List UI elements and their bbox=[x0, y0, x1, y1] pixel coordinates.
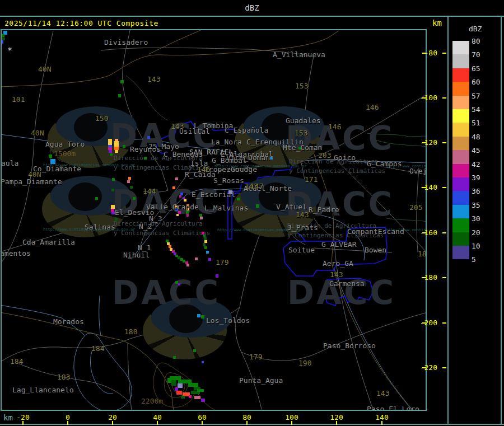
radar-echo-pixel bbox=[201, 399, 205, 402]
page-title: dBZ bbox=[0, 3, 504, 12]
legend-tick-label: 36 bbox=[472, 187, 488, 195]
road-number-label: 144 bbox=[143, 187, 156, 195]
road-number-label: 205 bbox=[409, 203, 422, 212]
legend-tick-label: 45 bbox=[472, 146, 488, 155]
radar-echo-pixel bbox=[189, 395, 192, 398]
place-label: R_Padre bbox=[309, 205, 339, 214]
road-number-label: 184 bbox=[10, 357, 23, 366]
place-label: Pampa_Diamante bbox=[1, 177, 62, 186]
legend-tick-label: 35 bbox=[472, 201, 488, 209]
radar-echo-pixel bbox=[208, 258, 211, 261]
legend-color-block bbox=[452, 41, 469, 54]
legend-tick-label: 70 bbox=[472, 50, 488, 59]
legend-tick-label: 20 bbox=[472, 228, 488, 237]
road-number-label: 146 bbox=[366, 103, 379, 111]
place-label: Soitue bbox=[288, 246, 315, 254]
radar-echo-pixel bbox=[204, 246, 207, 249]
road-number-label: 40N bbox=[31, 129, 44, 137]
road-number-label: 147 bbox=[250, 182, 263, 190]
legend-tick-label: 54 bbox=[472, 105, 488, 114]
x-axis-tick bbox=[157, 421, 158, 425]
place-label: 25_Mayo bbox=[148, 142, 179, 151]
x-axis-label: 140 bbox=[375, 413, 388, 422]
radar-echo-pixel bbox=[176, 391, 182, 395]
radar-echo-pixel bbox=[176, 214, 179, 216]
radar-echo-pixel bbox=[184, 199, 186, 202]
radar-echo-pixel bbox=[186, 264, 189, 266]
radar-echo-pixel bbox=[201, 315, 204, 319]
km-unit-label-right: km bbox=[432, 18, 442, 27]
place-label: La_Nora bbox=[211, 138, 242, 146]
place-label: Goudge bbox=[231, 165, 257, 174]
place-label: amentos bbox=[1, 249, 31, 258]
road-number-label: 18 bbox=[418, 250, 427, 258]
radar-echo-pixel bbox=[202, 361, 204, 363]
road-number-label: 143 bbox=[147, 75, 160, 83]
legend-tick-label: 39 bbox=[472, 174, 488, 182]
radar-echo-pixel bbox=[179, 195, 181, 198]
radar-echo-pixel bbox=[216, 274, 218, 278]
legend-color-block bbox=[452, 232, 469, 246]
radar-map[interactable]: DACCDACCDACCDACCDACCDACCDirección de Agr… bbox=[1, 29, 427, 411]
legend-color-block bbox=[452, 177, 469, 191]
place-label: V_Atuel bbox=[276, 203, 307, 211]
place-label: A_Villanueva bbox=[273, 50, 325, 59]
place-label: CompantEscand bbox=[347, 227, 404, 236]
y-axis-tick bbox=[442, 53, 446, 54]
place-label: N_1 bbox=[138, 244, 151, 252]
road-number-label: 171 bbox=[305, 175, 318, 184]
radar-echo-pixel bbox=[120, 80, 124, 83]
place-label: Guadales bbox=[286, 116, 321, 125]
x-axis-tick bbox=[336, 421, 337, 425]
elevation-label: 1500m bbox=[54, 149, 76, 158]
legend-color-block bbox=[452, 68, 469, 82]
radar-echo-pixel bbox=[130, 186, 133, 189]
road-number-label: 179 bbox=[249, 353, 262, 361]
radar-echo-pixel bbox=[114, 141, 119, 147]
radar-echo-pixel bbox=[147, 136, 150, 139]
x-axis-label: 80 bbox=[242, 413, 251, 422]
place-label: Cda_Amarilla bbox=[22, 238, 75, 246]
legend-color-block bbox=[452, 109, 469, 123]
legend-title: dBZ bbox=[469, 25, 482, 33]
road-number-label: 143 bbox=[171, 122, 184, 130]
place-label: S_Rosas bbox=[213, 176, 244, 185]
place-label: N_2 bbox=[139, 222, 152, 231]
x-axis-label: 20 bbox=[108, 413, 117, 422]
km-unit-label-bottom: km bbox=[3, 413, 13, 422]
x-axis-label: -20 bbox=[16, 413, 29, 422]
x-axis-tick bbox=[291, 421, 292, 425]
place-label: Divisadero bbox=[104, 38, 148, 46]
radar-echo-pixel bbox=[144, 157, 147, 160]
timestamp-label: 2025/11/14 12:16:00 UTC Composite bbox=[4, 19, 158, 27]
divider-top bbox=[0, 16, 504, 17]
place-label: Mte_Coman bbox=[283, 143, 322, 152]
road-number-label: 179 bbox=[216, 258, 228, 266]
place-label: G_Bombal bbox=[212, 156, 247, 165]
radar-echo-pixel bbox=[194, 396, 200, 399]
radar-echo-pixel bbox=[197, 314, 200, 317]
place-label: Oveje bbox=[409, 167, 427, 175]
place-label: G_ALVEAR bbox=[321, 240, 357, 249]
radar-echo-pixel bbox=[178, 383, 183, 388]
legend-tick-label: 48 bbox=[472, 133, 488, 141]
radar-echo-pixel bbox=[178, 283, 180, 285]
radar-echo-pixel bbox=[49, 155, 52, 158]
radar-echo-pixel bbox=[181, 396, 185, 399]
legend-color-block bbox=[452, 246, 469, 259]
divider-bottom bbox=[0, 424, 504, 425]
radar-echo-pixel bbox=[127, 180, 130, 183]
radar-echo-pixel bbox=[2, 34, 4, 37]
legend-color-block bbox=[452, 123, 469, 136]
place-label: Aero_GA bbox=[323, 259, 353, 268]
x-axis-label: 120 bbox=[330, 413, 343, 422]
legend-color-block bbox=[452, 218, 469, 232]
road-number-label: 143 bbox=[376, 389, 389, 397]
legend-color-block bbox=[452, 205, 469, 218]
radar-echo-pixel bbox=[109, 150, 112, 153]
place-label: Paso_Borroso bbox=[323, 341, 376, 350]
x-axis-tick bbox=[202, 421, 203, 425]
place-label: Valle_Grande bbox=[146, 203, 199, 211]
radar-echo-pixel bbox=[200, 217, 203, 219]
road-number-label: 190 bbox=[298, 359, 311, 367]
